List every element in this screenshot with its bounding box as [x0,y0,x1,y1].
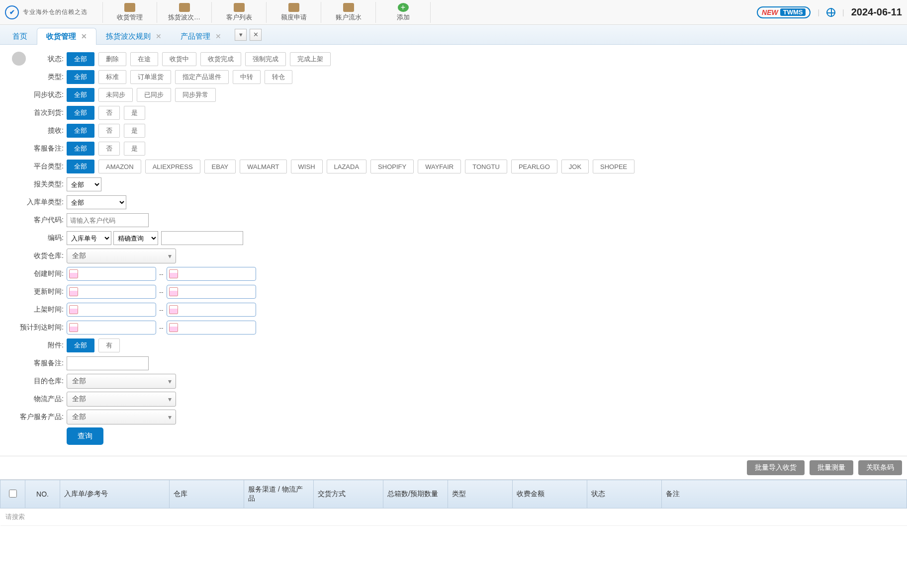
recv-wh-combo[interactable]: 全部 [67,249,176,263]
close-icon[interactable]: ✕ [156,32,162,40]
eta-time-to[interactable] [167,321,256,335]
update-time-to[interactable] [167,285,256,299]
customs-type-label: 报关类型: [12,180,67,189]
chip-type-transfer[interactable]: 转仓 [265,70,292,84]
tab-receiving[interactable]: 收货管理✕ [37,28,96,45]
chip-sync-error[interactable]: 同步异常 [175,88,216,102]
search-button[interactable]: 查询 [67,427,103,445]
select-all-checkbox[interactable] [9,490,17,498]
bulk-import-button[interactable]: 批量导入收货 [747,460,805,475]
topnav-picking[interactable]: 拣货波次… [157,2,212,23]
chip-type-transit[interactable]: 中转 [233,70,261,84]
chip-csremark-no[interactable]: 否 [98,142,120,156]
col-inbound: 入库单/参考号 [60,480,170,508]
update-time-from[interactable] [67,285,156,299]
chip-status-receiving[interactable]: 收货中 [162,52,196,66]
chip-platform-shopify[interactable]: SHOPIFY [370,160,414,173]
topbar-right: NEW TWMS | | 2024-06-11 [757,6,902,18]
chip-status-intransit[interactable]: 在途 [130,52,158,66]
chip-csremark-all[interactable]: 全部 [67,142,94,156]
chip-platform-aliexpress[interactable]: ALIEXPRESS [145,160,200,173]
code-input[interactable] [161,231,243,245]
tab-close-all-button[interactable]: ✕ [250,29,262,41]
topnav-add[interactable]: +添加 [376,2,431,23]
chip-status-all[interactable]: 全部 [67,52,94,66]
dest-wh-label: 目的仓库: [12,377,67,386]
code-type-select[interactable]: 入库单号 [67,231,111,245]
shelf-time-to[interactable] [167,303,256,317]
chip-attachment-has[interactable]: 有 [98,338,120,352]
chip-attachment-all[interactable]: 全部 [67,338,94,352]
status-label: 状态: [29,55,67,64]
topnav-quota[interactable]: 额度申请 [267,2,321,23]
chip-type-all[interactable]: 全部 [67,70,94,84]
chip-platform-pearlgo[interactable]: PEARLGO [511,160,557,173]
close-icon[interactable]: ✕ [81,32,87,40]
chip-collect-all[interactable]: 全部 [67,124,94,138]
client-service-product-combo[interactable]: 全部 [67,410,176,424]
chip-status-forced[interactable]: 强制完成 [245,52,286,66]
recv-wh-label: 收货仓库: [12,252,67,260]
close-icon[interactable]: ✕ [215,32,221,40]
chip-csremark-yes[interactable]: 是 [124,142,145,156]
chip-platform-jok[interactable]: JOK [561,160,589,173]
table-search-placeholder[interactable]: 请搜索 [0,508,907,526]
tab-dropdown-button[interactable]: ▾ [235,29,247,41]
chip-type-product-return[interactable]: 指定产品退件 [175,70,229,84]
gear-icon[interactable] [12,52,26,66]
csremark-input[interactable] [67,356,149,370]
new-twms-badge[interactable]: NEW TWMS [757,6,811,18]
tab-picking-rules[interactable]: 拣货波次规则✕ [96,28,171,45]
inbound-type-select[interactable]: 全部 [67,195,126,209]
tab-product[interactable]: 产品管理✕ [171,28,231,45]
platform-chips: 全部 AMAZON ALIEXPRESS EBAY WALMART WISH L… [67,160,635,173]
chip-platform-lazada[interactable]: LAZADA [327,160,367,173]
chip-type-standard[interactable]: 标准 [98,70,126,84]
chip-platform-ebay[interactable]: EBAY [204,160,236,173]
type-label: 类型: [12,73,67,82]
chip-platform-walmart[interactable]: WALMART [240,160,286,173]
topnav-receiving[interactable]: 收货管理 [102,2,157,23]
eta-time-from[interactable] [67,321,156,335]
chip-status-received[interactable]: 收货完成 [200,52,241,66]
chip-firstarrival-all[interactable]: 全部 [67,106,94,120]
dest-wh-combo[interactable]: 全部 [67,374,176,389]
logistics-product-combo[interactable]: 全部 [67,392,176,407]
chip-platform-wayfair[interactable]: WAYFAIR [418,160,461,173]
chip-platform-all[interactable]: 全部 [67,160,94,173]
client-code-input[interactable] [67,213,149,227]
chip-collect-yes[interactable]: 是 [124,124,145,138]
bulk-measure-button[interactable]: 批量测量 [810,460,853,475]
chip-status-shelved[interactable]: 完成上架 [290,52,331,66]
chip-platform-wish[interactable]: WISH [291,160,323,173]
chip-platform-amazon[interactable]: AMAZON [98,160,141,173]
chip-type-return[interactable]: 订单退货 [130,70,171,84]
tab-home[interactable]: 首页 [3,28,37,45]
csremark-flag-label: 客服备注: [12,144,67,153]
shelf-time-from[interactable] [67,303,156,317]
calendar-icon [69,305,78,314]
topnav-clients[interactable]: 客户列表 [212,2,267,23]
calendar-icon [69,269,78,278]
chip-sync-all[interactable]: 全部 [67,88,94,102]
chip-firstarrival-no[interactable]: 否 [98,106,120,120]
topnav-account[interactable]: 账户流水 [321,2,376,23]
chip-sync-yes[interactable]: 已同步 [137,88,171,102]
chip-status-deleted[interactable]: 删除 [98,52,126,66]
globe-icon[interactable] [826,8,835,17]
calendar-icon [69,287,78,296]
client-service-product-label: 客户服务产品: [12,413,67,421]
customs-type-select[interactable]: 全部 [67,177,101,191]
chip-collect-no[interactable]: 否 [98,124,120,138]
create-time-to[interactable] [167,267,256,281]
logo-area: ✔ 专业海外仓的信赖之选 [5,5,88,19]
chip-firstarrival-yes[interactable]: 是 [124,106,145,120]
chip-platform-shopee[interactable]: SHOPEE [593,160,635,173]
table-header-row: NO. 入库单/参考号 仓库 服务渠道 / 物流产品 交货方式 总箱数/预期数量… [0,480,907,508]
link-barcode-button[interactable]: 关联条码 [858,460,902,475]
code-match-select[interactable]: 精确查询 [113,231,158,245]
chip-sync-no[interactable]: 未同步 [98,88,133,102]
chip-platform-tongtu[interactable]: TONGTU [465,160,507,173]
results-table: NO. 入库单/参考号 仓库 服务渠道 / 物流产品 交货方式 总箱数/预期数量… [0,480,907,526]
create-time-from[interactable] [67,267,156,281]
